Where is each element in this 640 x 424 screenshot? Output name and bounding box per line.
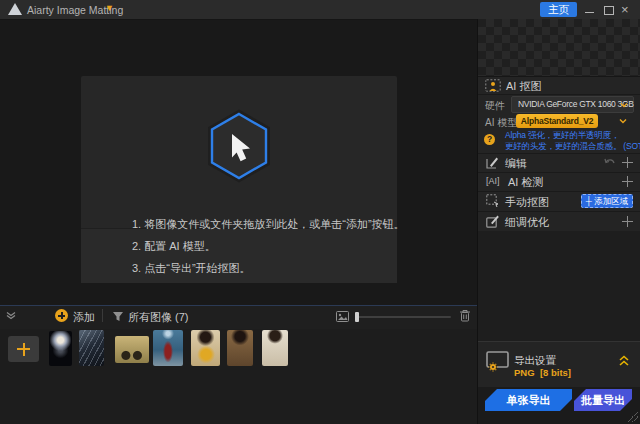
export-settings-icon (486, 351, 510, 373)
section-ai-detect-label: AI 检测 (508, 175, 543, 190)
add-image-tile[interactable] (8, 336, 39, 362)
plus-icon[interactable] (622, 157, 633, 168)
chevron-down-icon[interactable] (619, 117, 627, 125)
thumbnail-image[interactable] (153, 330, 183, 366)
manual-matting-icon (486, 194, 499, 207)
hardware-label: 硬件 (485, 99, 505, 113)
minimize-icon[interactable] (585, 12, 594, 13)
undo-icon[interactable] (604, 158, 616, 168)
hardware-value: NVIDIA GeForce GTX 1060 3GB (518, 99, 634, 109)
help-icon[interactable]: ? (484, 134, 495, 145)
add-region-button[interactable]: ┼ 添加区域 (581, 194, 633, 208)
section-fine-tune[interactable]: 细调优化 (478, 211, 640, 232)
close-icon[interactable]: × (621, 2, 629, 17)
delete-trash-icon[interactable] (459, 309, 471, 322)
plus-icon[interactable] (622, 216, 633, 227)
thumbnail-size-icon (336, 311, 349, 322)
fine-tune-icon (486, 215, 499, 228)
home-button[interactable]: 主页 (540, 2, 577, 17)
batch-export-button[interactable]: 批量导出 (574, 389, 632, 411)
all-images-filter[interactable]: 所有图像 (7) (128, 310, 189, 325)
thumbnail-size-slider-handle[interactable] (355, 312, 359, 322)
filter-funnel-icon[interactable] (112, 311, 124, 322)
model-select[interactable]: AlphaStandard_V2 (516, 114, 598, 128)
instruction-step-2: 2. 配置 AI 模型。 (132, 239, 216, 254)
thumbnail-image[interactable] (115, 336, 149, 363)
resize-grip[interactable] (628, 412, 638, 422)
title-bar: Aiarty Image Matting ▼ 主页 × (0, 0, 640, 20)
thumbnail-image[interactable] (49, 331, 72, 366)
edit-pencil-icon (486, 156, 499, 169)
app-window: Aiarty Image Matting ▼ 主页 × 1. 将图像文件或文件夹… (0, 0, 640, 424)
chevron-down-icon (620, 101, 628, 109)
export-buttons-area: 单张导出 批量导出 (478, 387, 640, 424)
canvas-background: 1. 将图像文件或文件夹拖放到此处，或单击“添加”按钮。 2. 配置 AI 模型… (0, 20, 477, 305)
model-description-row: ? Alpha 强化，更好的半透明度， 更好的头发，更好的混合质感。 (SOTA… (478, 130, 640, 154)
drop-zone[interactable]: 1. 将图像文件或文件夹拖放到此处，或单击“添加”按钮。 2. 配置 AI 模型… (81, 76, 397, 282)
app-logo-icon (8, 3, 22, 15)
hardware-row: 硬件 NVIDIA GeForce GTX 1060 3GB (478, 94, 640, 113)
plus-icon[interactable] (622, 176, 633, 187)
thumbnail-image[interactable] (79, 330, 104, 366)
export-settings-title: 导出设置 (514, 354, 556, 368)
single-export-button[interactable]: 单张导出 (485, 389, 572, 411)
ai-matting-icon (485, 79, 501, 92)
section-ai-matting[interactable]: AI 抠图 (478, 76, 640, 95)
transparency-preview (478, 19, 640, 77)
model-label: AI 模型 (485, 116, 517, 130)
thumbnail-image[interactable] (191, 330, 220, 366)
toolbar-divider (102, 309, 103, 322)
section-manual-matting-label: 手动抠图 (505, 195, 549, 210)
thumbnail-image[interactable] (227, 330, 253, 366)
ai-matting-title: AI 抠图 (506, 79, 541, 94)
section-edit[interactable]: 编辑 (478, 153, 640, 173)
model-row: AI 模型 AlphaStandard_V2 (478, 113, 640, 130)
right-sidebar: AI 抠图 硬件 NVIDIA GeForce GTX 1060 3GB AI … (478, 19, 640, 424)
thumbnail-image[interactable] (262, 330, 288, 366)
thumbnail-size-slider[interactable] (355, 316, 451, 318)
hardware-select[interactable]: NVIDIA GeForce GTX 1060 3GB (511, 96, 634, 113)
export-format-value[interactable]: PNG [8 bits] (514, 367, 571, 378)
export-settings-section[interactable]: 导出设置 PNG [8 bits] (478, 341, 640, 388)
app-menu-chevron-icon[interactable]: ▼ (105, 3, 114, 13)
maximize-icon[interactable] (604, 6, 614, 15)
drop-hexagon-cursor-icon (207, 109, 271, 187)
section-ai-detect[interactable]: [AI] AI 检测 (478, 172, 640, 192)
collapse-panel-icon[interactable] (5, 309, 17, 321)
instruction-step-1: 1. 将图像文件或文件夹拖放到此处，或单击“添加”按钮。 (132, 217, 405, 232)
ai-detect-icon: [AI] (486, 176, 500, 186)
instruction-step-3: 3. 点击“导出”开始抠图。 (132, 261, 251, 276)
add-images-button[interactable] (55, 309, 68, 322)
add-images-label[interactable]: 添加 (73, 310, 95, 325)
section-edit-label: 编辑 (505, 156, 527, 171)
section-fine-tune-label: 细调优化 (505, 215, 549, 230)
model-desc-line2: 更好的头发，更好的混合质感。 (SOTA) (505, 141, 640, 153)
collapse-up-icon[interactable] (618, 354, 630, 367)
section-manual-matting[interactable]: 手动抠图 ┼ 添加区域 (478, 191, 640, 212)
sidebar-empty-area (478, 231, 640, 341)
